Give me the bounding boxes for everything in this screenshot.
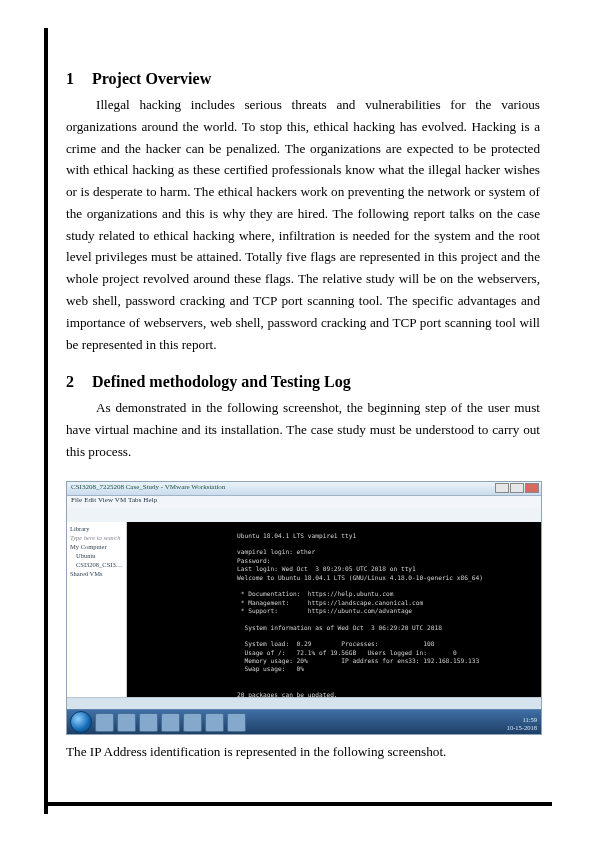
taskbar-icon[interactable] [139,713,158,732]
close-button[interactable] [525,483,539,493]
sidebar-search[interactable]: Type here to search [70,533,123,542]
system-tray[interactable]: 11:59 10-15-2018 [507,716,537,730]
taskbar-icon[interactable] [227,713,246,732]
start-orb-icon[interactable] [70,711,92,733]
section-1-paragraph: Illegal hacking includes serious threats… [66,94,540,355]
vm-window-title: CSI3208_7225208 Case_Study - VMware Work… [71,483,225,491]
taskbar-icon[interactable] [95,713,114,732]
taskbar-icons[interactable] [95,713,246,732]
bottom-rule [44,802,552,806]
sidebar-item[interactable]: CSI3208_CSI3208 Case… [70,560,123,569]
minimize-button[interactable] [495,483,509,493]
vm-terminal[interactable]: Ubuntu 18.04.1 LTS vampire1 tty1 vampire… [127,522,541,698]
taskbar-icon[interactable] [205,713,224,732]
section-1-heading: 1 Project Overview [66,70,540,88]
vm-toolbar[interactable] [67,508,541,523]
tray-time: 11:59 [507,716,537,723]
section-2-number: 2 [66,373,88,391]
section-2-heading: 2 Defined methodology and Testing Log [66,373,540,391]
section-1-number: 1 [66,70,88,88]
maximize-button[interactable] [510,483,524,493]
tray-date: 10-15-2018 [507,724,537,731]
section-2-title: Defined methodology and Testing Log [92,373,351,390]
taskbar-icon[interactable] [183,713,202,732]
left-rule [44,28,48,814]
screenshot-caption: The IP Address identification is represe… [66,741,540,763]
section-2-paragraph: As demonstrated in the following screens… [66,397,540,462]
sidebar-header: Library [70,524,123,533]
taskbar-icon[interactable] [117,713,136,732]
window-buttons [495,483,539,493]
section-1-title: Project Overview [92,70,211,87]
document-page: 1 Project Overview Illegal hacking inclu… [0,0,596,842]
vm-library-sidebar[interactable]: Library Type here to search My Computer … [67,522,127,698]
host-taskbar[interactable]: 11:59 10-15-2018 [67,709,541,734]
vm-window-titlebar: CSI3208_7225208 Case_Study - VMware Work… [67,482,541,496]
sidebar-item[interactable]: My Computer [70,542,123,551]
screenshot-vm-login: CSI3208_7225208 Case_Study - VMware Work… [66,481,542,735]
taskbar-icon[interactable] [161,713,180,732]
sidebar-item[interactable]: Shared VMs [70,569,123,578]
sidebar-item[interactable]: Ubuntu [70,551,123,560]
